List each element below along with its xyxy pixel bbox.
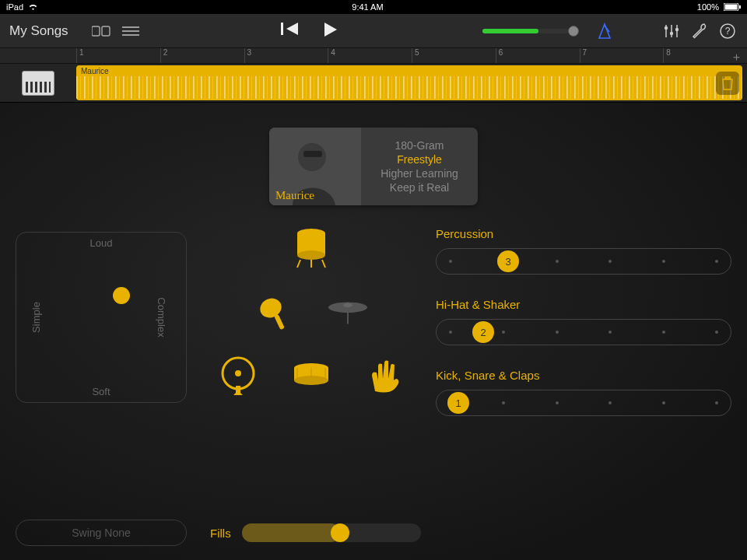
track-header[interactable] <box>0 64 76 102</box>
ruler-bar: 5 <box>412 48 419 63</box>
drummer-region[interactable]: Maurice <box>76 65 742 100</box>
device-label: iPad <box>6 2 23 12</box>
drummer-portrait: Maurice <box>269 128 361 205</box>
fills-knob[interactable] <box>331 523 349 542</box>
svg-point-30 <box>257 295 285 321</box>
svg-line-29 <box>322 260 325 268</box>
view-toggle-tracks-icon[interactable] <box>90 22 112 40</box>
hihat-label: Hi-Hat & Shaker <box>436 298 731 311</box>
region-waveform <box>76 76 742 99</box>
battery-icon <box>724 3 741 11</box>
timeline-ruler[interactable]: 12345678 ＋ <box>0 48 747 64</box>
svg-point-36 <box>235 370 241 376</box>
track-row: Maurice <box>0 64 747 103</box>
app-toolbar: My Songs ? <box>0 14 747 48</box>
snare-icon[interactable] <box>290 355 332 397</box>
percussion-slider[interactable]: 3 <box>436 248 731 275</box>
preset-item[interactable]: Keep it Real <box>390 181 449 194</box>
cymbal-icon[interactable] <box>327 291 369 333</box>
add-section-button[interactable]: ＋ <box>731 50 742 65</box>
xy-label-simple: Simple <box>30 302 42 333</box>
delete-region-button[interactable] <box>716 72 739 95</box>
help-icon[interactable]: ? <box>717 21 738 41</box>
svg-line-27 <box>297 260 300 268</box>
preset-item[interactable]: Freestyle <box>397 153 442 166</box>
ruler-bar: 6 <box>496 48 503 63</box>
drummer-signature: Maurice <box>275 189 314 202</box>
svg-rect-4 <box>102 26 110 36</box>
svg-rect-2 <box>739 5 741 9</box>
slider-knob[interactable]: 1 <box>447 392 469 414</box>
maraca-icon[interactable] <box>254 291 296 333</box>
svg-rect-8 <box>281 23 283 35</box>
ruler-bar: 8 <box>663 48 671 63</box>
ruler-bar: 7 <box>580 48 587 63</box>
clap-hand-icon[interactable] <box>363 355 405 397</box>
drummer-editor: Maurice 180-GramFreestyleHigher Learning… <box>0 103 747 560</box>
percussion-label: Percussion <box>436 227 731 240</box>
svg-rect-1 <box>725 5 738 10</box>
kick-slider[interactable]: 1 <box>436 390 731 416</box>
back-button[interactable]: My Songs <box>9 23 68 39</box>
play-button[interactable] <box>323 21 343 41</box>
xy-performance-pad[interactable]: Loud Soft Simple Complex <box>16 232 187 403</box>
preset-item[interactable]: 180-Gram <box>395 139 444 152</box>
svg-rect-3 <box>92 26 100 36</box>
svg-marker-10 <box>324 23 337 37</box>
settings-wrench-icon[interactable] <box>689 21 710 41</box>
preset-list[interactable]: 180-GramFreestyleHigher LearningKeep it … <box>361 128 478 205</box>
svg-rect-31 <box>274 314 285 331</box>
battery-percent: 100% <box>697 2 719 12</box>
svg-point-14 <box>665 26 668 29</box>
xy-label-complex: Complex <box>156 297 167 337</box>
svg-point-26 <box>297 250 325 260</box>
drummer-preset-card[interactable]: Maurice 180-GramFreestyleHigher Learning… <box>269 128 478 205</box>
master-meter[interactable] <box>482 29 568 33</box>
xy-puck[interactable] <box>113 287 130 304</box>
svg-point-33 <box>343 303 352 307</box>
status-bar: iPad 9:41 AM 100% <box>0 0 747 14</box>
region-label: Maurice <box>81 67 109 75</box>
xy-label-loud: Loud <box>90 237 113 249</box>
fills-label: Fills <box>210 527 231 540</box>
swing-button[interactable]: Swing None <box>16 520 187 546</box>
slider-knob[interactable]: 2 <box>472 321 494 343</box>
go-to-start-button[interactable] <box>281 21 301 41</box>
ruler-bar: 4 <box>328 48 335 63</box>
view-toggle-list-icon[interactable] <box>120 22 142 40</box>
clock: 9:41 AM <box>352 2 383 12</box>
mixer-icon[interactable] <box>661 21 682 41</box>
slider-knob[interactable]: 3 <box>497 250 519 272</box>
hihat-slider[interactable]: 2 <box>436 319 731 345</box>
wifi-icon <box>28 3 38 11</box>
ruler-bar: 2 <box>160 48 168 63</box>
drum-machine-icon <box>22 71 54 96</box>
svg-text:?: ? <box>725 26 731 37</box>
kick-label: Kick, Snare & Claps <box>436 369 731 382</box>
kick-drum-icon[interactable] <box>217 355 259 397</box>
tom-icon[interactable] <box>290 227 332 269</box>
variation-sliders: Percussion 3 Hi-Hat & Shaker 2 Kick, Sna… <box>436 227 731 416</box>
svg-marker-9 <box>286 23 298 35</box>
ruler-bar: 1 <box>76 48 84 63</box>
kit-instrument-grid <box>210 227 412 397</box>
svg-rect-23 <box>303 151 322 157</box>
preset-item[interactable]: Higher Learning <box>381 167 458 180</box>
svg-point-16 <box>670 31 673 34</box>
svg-marker-38 <box>233 390 243 395</box>
fills-slider[interactable] <box>242 523 421 542</box>
xy-label-soft: Soft <box>92 386 110 397</box>
metronome-icon[interactable] <box>594 21 615 41</box>
svg-point-18 <box>675 27 679 30</box>
ruler-bar: 3 <box>244 48 252 63</box>
